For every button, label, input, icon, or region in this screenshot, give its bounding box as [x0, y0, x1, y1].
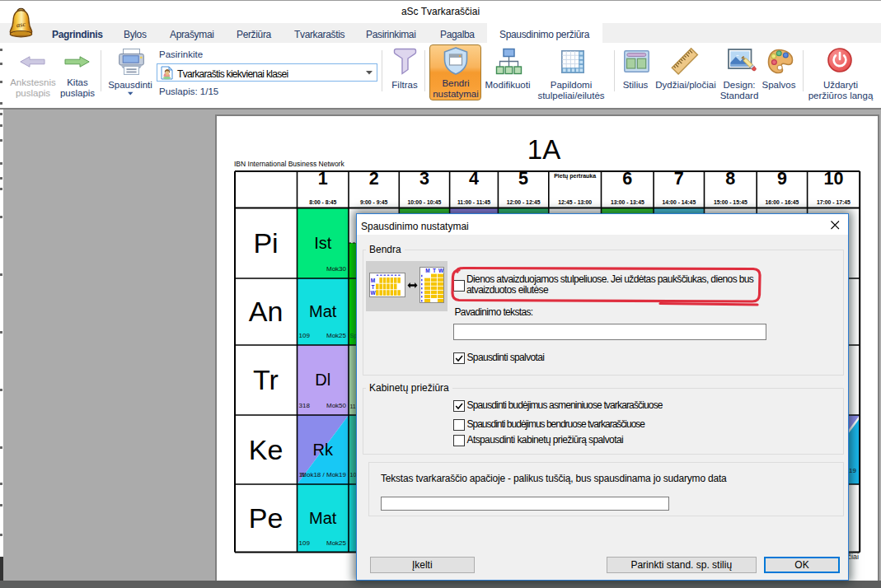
svg-text:M: M: [425, 268, 429, 273]
svg-text:M: M: [371, 278, 375, 283]
svg-text:T: T: [372, 284, 375, 290]
svg-text:W: W: [438, 268, 444, 273]
svg-text:asc: asc: [16, 20, 26, 30]
svg-text:W: W: [370, 290, 376, 296]
svg-text:T: T: [433, 268, 436, 273]
